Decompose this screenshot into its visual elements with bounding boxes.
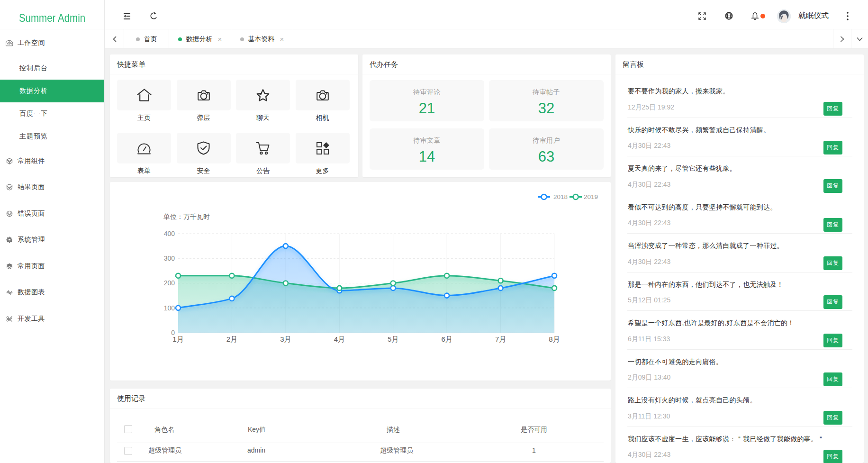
svg-text:4月: 4月	[334, 335, 345, 343]
svg-text:单位：万千瓦时: 单位：万千瓦时	[163, 213, 210, 220]
svg-text:3月: 3月	[280, 335, 291, 343]
svg-text:2月: 2月	[226, 335, 237, 343]
svg-text:300: 300	[164, 254, 175, 262]
svg-text:100: 100	[164, 304, 175, 312]
svg-text:6月: 6月	[441, 335, 452, 343]
svg-text:8月: 8月	[549, 335, 560, 343]
svg-text:2019: 2019	[584, 193, 598, 200]
svg-text:200: 200	[164, 279, 175, 287]
svg-text:2018: 2018	[553, 193, 568, 200]
svg-text:5月: 5月	[388, 335, 398, 343]
svg-text:7月: 7月	[495, 335, 506, 343]
svg-text:1月: 1月	[172, 335, 183, 343]
svg-text:400: 400	[164, 230, 175, 237]
